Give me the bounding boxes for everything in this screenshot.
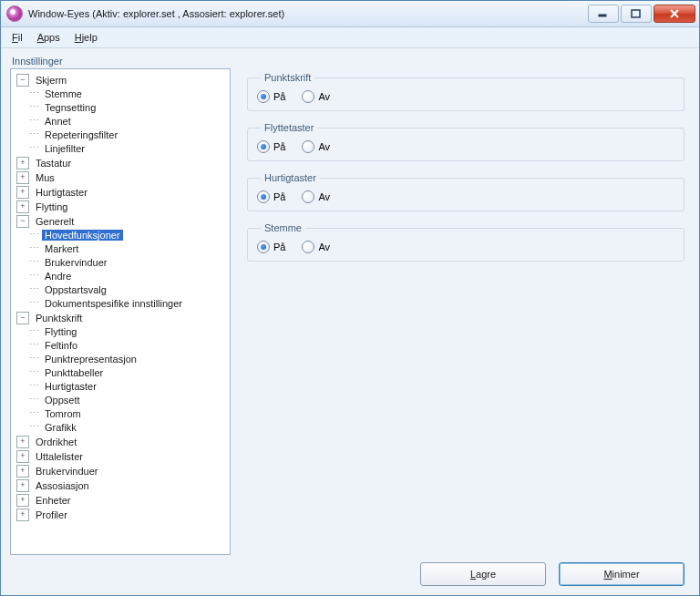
panel-heading: Innstillinger bbox=[12, 56, 690, 67]
radio-label: På bbox=[273, 91, 285, 102]
tree-item[interactable]: Punktrepresentasjon bbox=[42, 354, 139, 365]
tree-item[interactable]: Ordrikhet bbox=[33, 437, 79, 447]
settings-panel: PunktskriftPåAvFlyttetasterPåAvHurtigtas… bbox=[247, 68, 690, 555]
expand-icon[interactable]: + bbox=[16, 479, 29, 492]
tree-joint-icon: ⋯ bbox=[29, 283, 40, 295]
tree-item[interactable]: Tomrom bbox=[42, 408, 84, 419]
tree-item[interactable]: Tastatur bbox=[33, 158, 74, 169]
expand-icon[interactable]: + bbox=[16, 171, 29, 184]
tree-item[interactable]: Skjerm bbox=[33, 75, 69, 86]
tree-item[interactable]: Punktskrift bbox=[33, 313, 85, 324]
collapse-icon[interactable]: − bbox=[16, 312, 29, 324]
expand-icon[interactable]: + bbox=[16, 450, 29, 463]
tree-item[interactable]: Flytting bbox=[42, 326, 79, 337]
tree-item[interactable]: Feltinfo bbox=[42, 340, 80, 351]
collapse-icon[interactable]: − bbox=[16, 74, 29, 87]
tree-item[interactable]: Andre bbox=[42, 271, 74, 282]
expand-icon[interactable]: + bbox=[16, 465, 29, 478]
group-stemme: StemmePåAv bbox=[247, 222, 685, 262]
tree-item[interactable]: Stemme bbox=[42, 88, 85, 99]
tree-item[interactable]: Repeteringsfilter bbox=[42, 129, 120, 140]
tree-joint-icon: ⋯ bbox=[29, 339, 40, 351]
radio-indicator-icon bbox=[257, 190, 270, 203]
radio-indicator-icon bbox=[257, 241, 270, 253]
expand-icon[interactable]: + bbox=[16, 494, 29, 507]
radio-flyttetaster-off[interactable]: Av bbox=[302, 140, 330, 153]
collapse-icon[interactable]: − bbox=[16, 215, 29, 228]
tree-item[interactable]: Flytting bbox=[33, 201, 70, 212]
radio-hurtigtaster-off[interactable]: Av bbox=[302, 190, 330, 203]
menu-file[interactable]: Fil bbox=[6, 30, 28, 45]
expand-icon[interactable]: + bbox=[16, 509, 29, 521]
tree-item[interactable]: Enheter bbox=[33, 495, 74, 506]
window-controls bbox=[588, 5, 695, 23]
expand-icon[interactable]: + bbox=[16, 186, 29, 199]
tree-item[interactable]: Profiler bbox=[33, 509, 70, 520]
tree-item[interactable]: Uttalelister bbox=[33, 451, 86, 462]
group-title: Punktskrift bbox=[261, 72, 314, 83]
tree-item[interactable]: Hovedfunksjoner bbox=[42, 230, 123, 241]
app-icon bbox=[6, 5, 23, 22]
minimize-window-button[interactable] bbox=[588, 5, 619, 23]
tree-item[interactable]: Hurtigtaster bbox=[42, 381, 99, 392]
window-title: Window-Eyes (Aktiv: explorer.set , Assos… bbox=[28, 8, 588, 19]
group-flyttetaster: FlyttetasterPåAv bbox=[247, 122, 685, 161]
radio-stemme-on[interactable]: På bbox=[257, 241, 285, 253]
tree-item[interactable]: Oppstartsvalg bbox=[42, 284, 109, 295]
radio-label: Av bbox=[318, 141, 330, 152]
tree-item[interactable]: Assosiasjon bbox=[33, 480, 92, 491]
close-window-button[interactable] bbox=[654, 5, 695, 23]
tree-joint-icon: ⋯ bbox=[29, 128, 40, 140]
radio-indicator-icon bbox=[257, 90, 270, 103]
tree-item[interactable]: Grafikk bbox=[42, 422, 79, 433]
group-title: Hurtigtaster bbox=[261, 172, 320, 183]
settings-tree[interactable]: −Skjerm⋯Stemme⋯Tegnsetting⋯Annet⋯Repeter… bbox=[10, 68, 231, 555]
tree-joint-icon: ⋯ bbox=[29, 115, 40, 127]
titlebar[interactable]: Window-Eyes (Aktiv: explorer.set , Assos… bbox=[1, 1, 699, 27]
tree-item[interactable]: Oppsett bbox=[42, 395, 83, 406]
radio-hurtigtaster-on[interactable]: På bbox=[257, 190, 285, 203]
radio-indicator-icon bbox=[302, 140, 314, 153]
tree-joint-icon: ⋯ bbox=[29, 256, 40, 268]
radio-indicator-icon bbox=[302, 190, 314, 203]
tree-joint-icon: ⋯ bbox=[29, 101, 40, 113]
radio-flyttetaster-on[interactable]: På bbox=[257, 140, 285, 153]
group-title: Flyttetaster bbox=[261, 122, 317, 133]
menu-apps[interactable]: Apps bbox=[32, 30, 66, 45]
svg-rect-0 bbox=[599, 15, 606, 16]
tree-item[interactable]: Linjefilter bbox=[42, 143, 88, 154]
app-window: Window-Eyes (Aktiv: explorer.set , Assos… bbox=[0, 0, 700, 596]
maximize-window-button[interactable] bbox=[621, 5, 652, 23]
tree-item[interactable]: Annet bbox=[42, 116, 74, 127]
tree-item[interactable]: Punkttabeller bbox=[42, 367, 106, 378]
tree-joint-icon: ⋯ bbox=[29, 380, 40, 392]
expand-icon[interactable]: + bbox=[16, 157, 29, 170]
minimize-button[interactable]: Minimer bbox=[559, 562, 685, 586]
tree-item[interactable]: Hurtigtaster bbox=[33, 187, 90, 198]
radio-indicator-icon bbox=[302, 90, 314, 103]
expand-icon[interactable]: + bbox=[16, 200, 29, 213]
menu-help[interactable]: Hjelp bbox=[69, 30, 103, 45]
group-hurtigtaster: HurtigtasterPåAv bbox=[247, 172, 685, 211]
tree-joint-icon: ⋯ bbox=[29, 270, 40, 282]
radio-label: Av bbox=[318, 241, 330, 252]
expand-icon[interactable]: + bbox=[16, 436, 29, 448]
radio-indicator-icon bbox=[302, 241, 314, 253]
save-button[interactable]: Lagre bbox=[420, 562, 546, 586]
radio-label: På bbox=[273, 241, 285, 252]
radio-label: Av bbox=[318, 191, 330, 202]
tree-item[interactable]: Brukervinduer bbox=[42, 257, 109, 268]
tree-joint-icon: ⋯ bbox=[29, 229, 40, 241]
tree-item[interactable]: Mus bbox=[33, 172, 57, 183]
radio-label: Av bbox=[318, 91, 330, 102]
radio-stemme-off[interactable]: Av bbox=[302, 241, 330, 253]
tree-item[interactable]: Brukervinduer bbox=[33, 466, 100, 477]
radio-label: På bbox=[273, 141, 285, 152]
tree-item[interactable]: Generelt bbox=[33, 216, 77, 227]
radio-punktskrift-off[interactable]: Av bbox=[302, 90, 330, 103]
tree-item[interactable]: Markert bbox=[42, 243, 81, 254]
tree-item[interactable]: Tegnsetting bbox=[42, 102, 98, 113]
tree-joint-icon: ⋯ bbox=[29, 242, 40, 254]
tree-item[interactable]: Dokumentspesifike innstillinger bbox=[42, 298, 185, 309]
radio-punktskrift-on[interactable]: På bbox=[257, 90, 285, 103]
